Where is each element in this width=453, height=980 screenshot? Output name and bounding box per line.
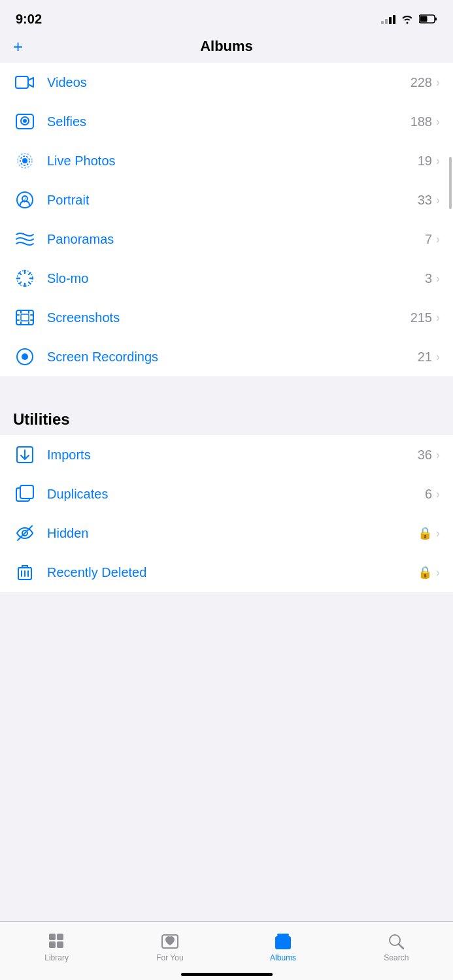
utilities-section-title: Utilities: [13, 410, 70, 428]
svg-line-20: [29, 273, 31, 275]
item-label: Selfies: [47, 114, 411, 129]
live-photos-icon: [13, 149, 37, 172]
status-icons: [381, 14, 437, 24]
lock-icon: 🔒: [418, 565, 432, 580]
scroll-track: [449, 131, 452, 523]
signal-icon: [381, 14, 395, 24]
svg-line-18: [20, 273, 22, 275]
item-label: Videos: [47, 75, 411, 90]
svg-rect-41: [277, 934, 289, 936]
tab-label: For You: [156, 953, 183, 962]
media-types-list: Videos 228 › Selfies 188 › Live Photos 1…: [0, 63, 453, 376]
imports-icon: [13, 443, 37, 466]
list-item[interactable]: Hidden 🔒 ›: [0, 514, 453, 553]
item-count: 6: [425, 487, 432, 502]
home-indicator: [181, 973, 273, 976]
screen-recording-icon: [13, 345, 37, 368]
chevron-right-icon: ›: [436, 527, 440, 540]
item-label: Live Photos: [47, 154, 418, 169]
svg-rect-40: [275, 936, 291, 949]
list-item[interactable]: Live Photos 19 ›: [0, 141, 453, 180]
selfie-icon: [13, 110, 37, 133]
svg-rect-22: [16, 310, 33, 325]
svg-line-19: [29, 282, 31, 284]
item-count: 228: [411, 75, 432, 90]
item-label: Slo-mo: [47, 271, 425, 286]
svg-point-7: [22, 158, 27, 163]
svg-point-25: [22, 353, 28, 360]
chevron-right-icon: ›: [436, 115, 440, 129]
list-item[interactable]: Imports 36 ›: [0, 435, 453, 474]
library-tab-icon: [48, 932, 66, 951]
chevron-right-icon: ›: [436, 350, 440, 364]
svg-rect-38: [57, 941, 63, 948]
list-item[interactable]: Slo-mo 3 ›: [0, 259, 453, 298]
item-count: 7: [425, 232, 432, 247]
item-label: Duplicates: [47, 487, 425, 502]
slomo-icon: [13, 267, 37, 290]
chevron-right-icon: ›: [436, 76, 440, 90]
wifi-icon: [401, 14, 414, 24]
chevron-right-icon: ›: [436, 233, 440, 246]
svg-rect-23: [21, 314, 29, 321]
tab-albums[interactable]: Albums: [227, 922, 340, 967]
scroll-thumb[interactable]: [449, 157, 452, 209]
hidden-icon: [13, 521, 37, 545]
list-item[interactable]: f Portrait 33 ›: [0, 180, 453, 220]
item-label: Hidden: [47, 526, 418, 541]
status-bar: 9:02: [0, 0, 453, 33]
page-title: Albums: [200, 38, 253, 55]
tab-bar: Library For You Albums Search: [0, 921, 453, 980]
screenshot-icon: [13, 306, 37, 329]
tab-label: Search: [384, 953, 409, 962]
albums-tab-icon: [274, 932, 292, 951]
item-label: Portrait: [47, 193, 418, 208]
svg-rect-28: [20, 485, 33, 498]
svg-rect-2: [420, 16, 428, 22]
chevron-right-icon: ›: [436, 566, 440, 580]
chevron-right-icon: ›: [436, 154, 440, 168]
tab-label: Albums: [270, 953, 296, 962]
item-label: Screenshots: [47, 310, 411, 325]
tab-library[interactable]: Library: [0, 922, 113, 967]
item-count: 33: [418, 193, 432, 208]
section-divider: [0, 376, 453, 401]
svg-point-6: [23, 119, 27, 123]
status-time: 9:02: [16, 12, 42, 27]
list-item[interactable]: Screen Recordings 21 ›: [0, 337, 453, 376]
duplicates-icon: [13, 482, 37, 506]
list-item[interactable]: Videos 228 ›: [0, 63, 453, 102]
svg-rect-37: [49, 941, 56, 948]
lock-icon: 🔒: [418, 526, 432, 540]
item-label: Recently Deleted: [47, 565, 418, 580]
tab-for-you[interactable]: For You: [113, 922, 226, 967]
recently-deleted-icon: [13, 561, 37, 584]
search-tab-icon: [387, 932, 405, 951]
chevron-right-icon: ›: [436, 311, 440, 325]
list-item[interactable]: Selfies 188 ›: [0, 102, 453, 141]
item-count: 3: [425, 271, 432, 286]
list-item[interactable]: Duplicates 6 ›: [0, 474, 453, 514]
svg-rect-36: [57, 934, 63, 940]
for-you-tab-icon: [161, 932, 179, 951]
item-label: Screen Recordings: [47, 350, 418, 365]
add-album-button[interactable]: +: [13, 38, 23, 55]
tab-search[interactable]: Search: [340, 922, 453, 967]
item-label: Panoramas: [47, 232, 425, 247]
panorama-icon: [13, 227, 37, 251]
chevron-right-icon: ›: [436, 487, 440, 501]
list-item[interactable]: Recently Deleted 🔒 ›: [0, 553, 453, 592]
utilities-section-header: Utilities: [0, 401, 453, 435]
utilities-list: Imports 36 › Duplicates 6 › Hidden 🔒 ›: [0, 435, 453, 592]
item-count: 188: [411, 114, 432, 129]
chevron-right-icon: ›: [436, 193, 440, 207]
list-item[interactable]: Screenshots 215 ›: [0, 298, 453, 337]
tab-label: Library: [44, 953, 69, 962]
list-item[interactable]: Panoramas 7 ›: [0, 220, 453, 259]
chevron-right-icon: ›: [436, 272, 440, 286]
svg-line-21: [20, 282, 22, 284]
item-count: 19: [418, 154, 432, 169]
svg-line-43: [399, 944, 403, 949]
item-count: 36: [418, 448, 432, 463]
svg-rect-3: [16, 76, 28, 88]
